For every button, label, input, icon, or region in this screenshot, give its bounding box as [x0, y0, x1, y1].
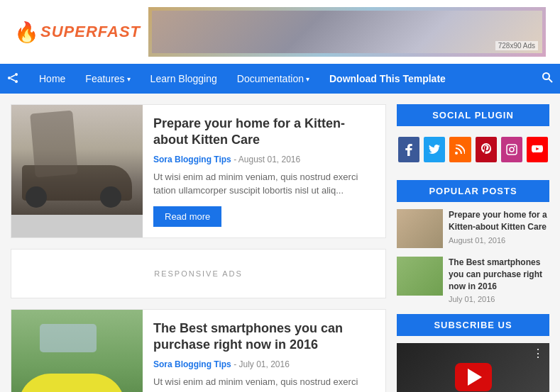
- popular-post-2: The Best smartphones you can purchase ri…: [397, 257, 549, 303]
- article-2-title: The Best smartphones you can purchase ri…: [153, 320, 375, 354]
- documentation-arrow-icon: ▾: [306, 75, 309, 83]
- article-1-title: Prepare your home for a Kitten-about Kit…: [153, 116, 375, 149]
- article-1-image: [11, 105, 143, 237]
- nav-home[interactable]: Home: [29, 64, 75, 94]
- article-1-author: Sora Blogging Tips: [153, 155, 231, 164]
- logo[interactable]: 🔥 SUPERFAST: [14, 21, 141, 44]
- popular-post-1: Prepare your home for a Kitten-about Kit…: [397, 209, 549, 248]
- responsive-ads-block: RESPONSIVE ADS: [11, 249, 386, 298]
- nav-documentation[interactable]: Documentation ▾: [227, 64, 319, 94]
- pinterest-icon[interactable]: [476, 137, 497, 162]
- article-2-body: The Best smartphones you can purchase ri…: [143, 310, 385, 392]
- popular-post-1-title: Prepare your home for a Kitten-about Kit…: [449, 209, 549, 233]
- youtube-icon[interactable]: [527, 137, 548, 162]
- nav-download-template[interactable]: Download This Template: [319, 64, 456, 94]
- sidebar: SOCIAL PLUGIN: [397, 104, 549, 392]
- popular-post-1-date: August 01, 2016: [449, 236, 549, 245]
- popular-post-2-title: The Best smartphones you can purchase ri…: [449, 257, 549, 292]
- article-card-1: Prepare your home for a Kitten-about Kit…: [11, 104, 386, 238]
- main-layout: Prepare your home for a Kitten-about Kit…: [0, 94, 560, 392]
- article-2-date: July 01, 2016: [238, 359, 289, 369]
- header-ad-banner: 728x90 Ads: [148, 7, 546, 57]
- search-icon[interactable]: [542, 72, 553, 86]
- instagram-icon[interactable]: [501, 137, 522, 162]
- rss-icon[interactable]: [449, 137, 471, 162]
- nav-links: Home Features ▾ Learn Blogging Documenta…: [29, 64, 542, 94]
- article-1-separator: -: [234, 155, 238, 164]
- popular-post-2-body: The Best smartphones you can purchase ri…: [449, 257, 549, 303]
- content-area: Prepare your home for a Kitten-about Kit…: [11, 104, 386, 392]
- svg-point-7: [455, 152, 458, 155]
- video-menu-icon[interactable]: ⋮: [532, 347, 544, 360]
- article-1-meta: Sora Blogging Tips - August 01, 2016: [153, 155, 375, 164]
- facebook-icon[interactable]: [398, 137, 419, 162]
- ad-label: 728x90 Ads: [495, 41, 538, 50]
- svg-point-9: [510, 147, 514, 152]
- svg-point-10: [514, 146, 515, 147]
- logo-text: SUPERFAST: [40, 23, 141, 41]
- navbar: Home Features ▾ Learn Blogging Documenta…: [0, 64, 560, 94]
- flame-icon: 🔥: [14, 21, 39, 44]
- article-1-date: August 01, 2016: [238, 155, 300, 164]
- social-icons-group: [397, 133, 549, 169]
- svg-point-2: [15, 80, 18, 83]
- responsive-ads-label: RESPONSIVE ADS: [154, 269, 243, 278]
- article-2-excerpt: Ut wisi enim ad minim veniam, quis nostr…: [153, 375, 375, 392]
- subscribe-section: SUBSCRIBE US How To Create A Pop... ⋮: [397, 314, 549, 392]
- svg-line-4: [11, 79, 15, 81]
- popular-post-1-body: Prepare your home for a Kitten-about Kit…: [449, 209, 549, 245]
- svg-line-3: [11, 75, 15, 77]
- ad-image: 728x90 Ads: [148, 7, 546, 57]
- svg-point-1: [8, 77, 11, 79]
- read-more-btn-1[interactable]: Read more: [153, 206, 221, 227]
- popular-posts-title: POPULAR POSTS: [397, 180, 549, 202]
- svg-rect-8: [507, 145, 517, 155]
- article-2-meta: Sora Blogging Tips - July 01, 2016: [153, 359, 375, 369]
- popular-posts-section: POPULAR POSTS Prepare your home for a Ki…: [397, 180, 549, 303]
- article-1-excerpt: Ut wisi enim ad minim veniam, quis nostr…: [153, 170, 375, 198]
- article-1-body: Prepare your home for a Kitten-about Kit…: [143, 105, 385, 237]
- play-icon: [468, 369, 482, 386]
- svg-point-5: [543, 73, 549, 79]
- header: 🔥 SUPERFAST 728x90 Ads: [0, 0, 560, 64]
- nav-features[interactable]: Features ▾: [75, 64, 140, 94]
- article-2-image: [11, 310, 143, 392]
- twitter-icon[interactable]: [424, 137, 445, 162]
- popular-post-1-image: [397, 209, 443, 248]
- article-2-author: Sora Blogging Tips: [153, 359, 231, 369]
- subscribe-video[interactable]: How To Create A Pop... ⋮: [397, 343, 549, 392]
- nav-learn-blogging[interactable]: Learn Blogging: [141, 64, 227, 94]
- popular-post-2-date: July 01, 2016: [449, 295, 549, 303]
- social-plugin-section: SOCIAL PLUGIN: [397, 104, 549, 169]
- features-arrow-icon: ▾: [127, 75, 131, 83]
- svg-line-6: [549, 79, 552, 82]
- article-card-2: The Best smartphones you can purchase ri…: [11, 309, 386, 392]
- social-plugin-title: SOCIAL PLUGIN: [397, 104, 549, 126]
- popular-post-2-image: [397, 257, 443, 296]
- share-icon[interactable]: [7, 72, 18, 86]
- svg-point-0: [15, 73, 18, 76]
- subscribe-title: SUBSCRIBE US: [397, 314, 549, 336]
